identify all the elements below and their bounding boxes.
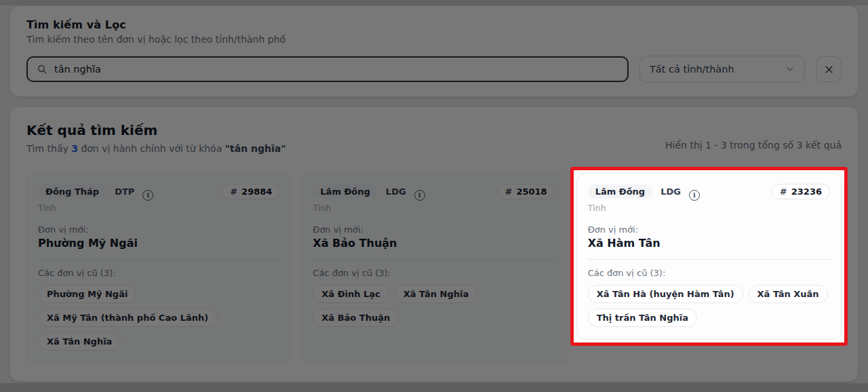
search-controls-row: Tất cả tỉnh/thành (26, 56, 842, 83)
unit-id-number: 29884 (241, 187, 272, 197)
old-units-chips: Xã Tân Hà (huyện Hàm Tân) Xã Tân Xuân Th… (588, 285, 830, 327)
search-icon (37, 64, 47, 75)
unit-id-pill: # 23236 (772, 184, 830, 199)
results-title: Kết quả tìm kiếm (26, 122, 286, 138)
old-units-chips: Phường Mỹ Ngãi Xã Mỹ Tân (thành phố Cao … (38, 285, 280, 351)
clear-search-button[interactable] (816, 56, 842, 82)
search-panel-title: Tìm kiếm và Lọc (26, 18, 842, 31)
new-unit-label: Đơn vị mới: (38, 224, 280, 235)
results-range-text: Hiển thị 1 - 3 trong tổng số 3 kết quả (665, 140, 842, 151)
hash-symbol: # (505, 187, 513, 197)
card-divider (38, 259, 280, 260)
highlight-cell: Lâm Đồng LDG i # 23236 Tỉnh Đơn vị mới: … (576, 173, 842, 364)
old-unit-chip[interactable]: Xã Tân Xuân (749, 285, 828, 303)
old-unit-chip[interactable]: Xã Bảo Thuận (313, 309, 399, 327)
province-badge: Lâm Đồng (313, 184, 378, 199)
unit-level: Tỉnh (38, 203, 280, 213)
unit-level: Tỉnh (588, 203, 830, 213)
new-unit-name: Phường Mỹ Ngãi (38, 237, 280, 250)
found-count: 3 (71, 143, 78, 154)
search-results-panel: Kết quả tìm kiếm Tìm thấy 3 đơn vị hành … (9, 106, 859, 382)
card-head: Lâm Đồng LDG i # 25018 (313, 184, 555, 199)
card-divider (313, 259, 555, 260)
result-card[interactable]: Lâm Đồng LDG i # 25018 Tỉnh Đơn vị mới: … (301, 173, 566, 364)
found-summary: Tìm thấy 3 đơn vị hành chính với từ khóa… (26, 143, 286, 154)
old-units-label: Các đơn vị cũ (3): (313, 268, 555, 278)
new-unit-label: Đơn vị mới: (313, 224, 555, 235)
old-unit-chip[interactable]: Xã Tân Nghĩa (38, 332, 121, 351)
old-unit-chip[interactable]: Xã Mỹ Tân (thành phố Cao Lãnh) (38, 309, 217, 327)
search-input[interactable] (54, 64, 618, 75)
results-header-left: Kết quả tìm kiếm Tìm thấy 3 đơn vị hành … (26, 122, 286, 154)
info-icon[interactable]: i (142, 190, 153, 201)
unit-level: Tỉnh (313, 203, 555, 213)
old-units-label: Các đơn vị cũ (3): (38, 268, 280, 278)
search-filter-panel: Tìm kiếm và Lọc Tìm kiếm theo tên đơn vị… (9, 5, 859, 97)
old-units-label: Các đơn vị cũ (3): (588, 268, 830, 278)
unit-id-pill: # 29884 (222, 184, 280, 199)
unit-id-number: 23236 (791, 187, 822, 197)
results-header: Kết quả tìm kiếm Tìm thấy 3 đơn vị hành … (26, 122, 842, 154)
province-code: DTP (115, 187, 134, 197)
result-card-highlighted[interactable]: Lâm Đồng LDG i # 23236 Tỉnh Đơn vị mới: … (576, 173, 842, 340)
old-unit-chip[interactable]: Phường Mỹ Ngãi (38, 285, 136, 303)
search-box[interactable] (26, 56, 629, 82)
window-bottom-edge (0, 383, 868, 392)
card-head: Lâm Đồng LDG i # 23236 (588, 184, 830, 199)
result-card[interactable]: Đồng Tháp DTP i # 29884 Tỉnh Đơn vị mới:… (26, 173, 292, 364)
province-code: LDG (660, 187, 681, 197)
new-unit-name: Xã Hàm Tân (588, 237, 830, 250)
old-unit-chip[interactable]: Xã Tân Hà (huyện Hàm Tân) (588, 285, 743, 303)
province-filter-value: Tất cả tỉnh/thành (650, 64, 734, 75)
target-highlight-frame: Lâm Đồng LDG i # 23236 Tỉnh Đơn vị mới: … (570, 167, 848, 346)
old-units-chips: Xã Đinh Lạc Xã Tân Nghĩa Xã Bảo Thuận (313, 285, 555, 327)
province-filter-select[interactable]: Tất cả tỉnh/thành (639, 56, 805, 83)
old-unit-chip[interactable]: Xã Tân Nghĩa (395, 285, 477, 303)
old-unit-chip[interactable]: Thị trấn Tân Nghĩa (588, 309, 697, 327)
old-unit-chip[interactable]: Xã Đinh Lạc (313, 285, 389, 303)
hash-symbol: # (780, 187, 787, 197)
window-top-edge (0, 0, 868, 5)
info-icon[interactable]: i (414, 190, 425, 201)
info-icon[interactable]: i (689, 190, 700, 201)
close-icon (824, 64, 834, 75)
card-head: Đồng Tháp DTP i # 29884 (38, 184, 280, 199)
unit-id-pill: # 25018 (497, 184, 555, 199)
found-prefix: Tìm thấy (26, 143, 68, 154)
unit-id-number: 25018 (516, 187, 547, 197)
new-unit-name: Xã Bảo Thuận (313, 237, 555, 250)
page-content: Tìm kiếm và Lọc Tìm kiếm theo tên đơn vị… (9, 5, 859, 382)
found-keyword: "tân nghĩa" (225, 143, 286, 154)
hash-symbol: # (230, 187, 237, 197)
province-badge: Lâm Đồng (588, 184, 653, 199)
card-divider (588, 259, 830, 260)
chevron-down-icon (785, 64, 795, 74)
new-unit-label: Đơn vị mới: (588, 224, 830, 235)
province-code: LDG (386, 187, 406, 197)
results-grid: Đồng Tháp DTP i # 29884 Tỉnh Đơn vị mới:… (26, 173, 842, 364)
province-badge: Đồng Tháp (38, 184, 106, 199)
found-middle: đơn vị hành chính với từ khóa (81, 143, 222, 154)
search-panel-subtitle: Tìm kiếm theo tên đơn vị hoặc lọc theo t… (26, 34, 842, 45)
